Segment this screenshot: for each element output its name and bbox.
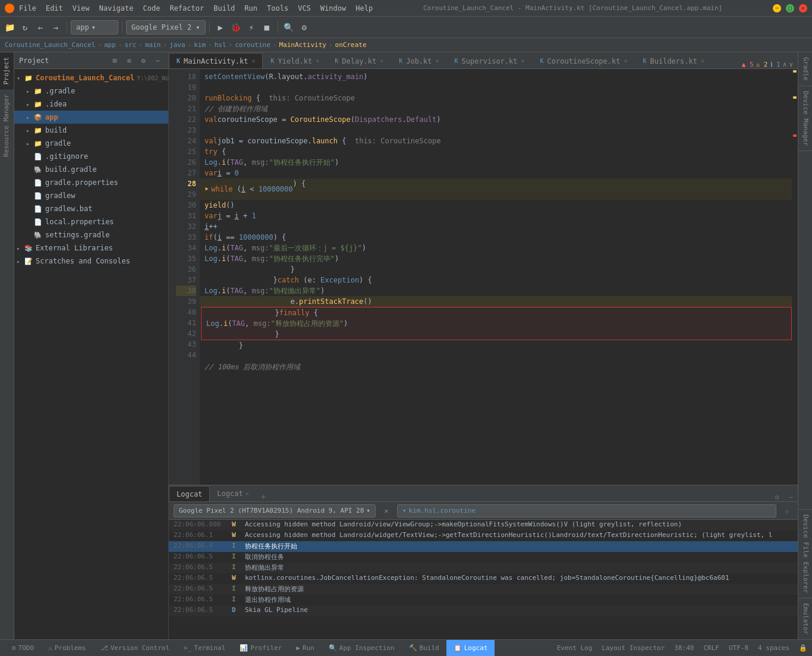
tree-item-gradlew-bat[interactable]: ▸ 📄 gradlew.bat	[14, 202, 168, 215]
tab-project[interactable]: Project	[0, 52, 14, 89]
maximize-button[interactable]: □	[786, 4, 794, 12]
breadcrumb-src[interactable]: src	[124, 41, 136, 49]
settings-btn[interactable]: ⚙	[297, 20, 311, 34]
logcat-star-btn[interactable]: ☆	[781, 505, 793, 517]
panel-expand-btn[interactable]: ⊞	[109, 55, 121, 67]
breadcrumb-hsl[interactable]: hsl	[215, 41, 226, 49]
tab-yield[interactable]: K Yield.kt ×	[263, 53, 327, 68]
tab-mainactivity[interactable]: K MainActivity.kt ×	[169, 53, 263, 68]
logcat-device-selector[interactable]: Google Pixel 2 (HT7BV1A02915) Android 9,…	[174, 504, 376, 517]
tab-close-logcat-2[interactable]: ×	[246, 491, 249, 497]
menu-navigate[interactable]: Navigate	[99, 4, 134, 12]
tree-item-scratches[interactable]: ▸ 📝 Scratches and Consoles	[14, 255, 168, 268]
status-crlf[interactable]: CRLF	[703, 644, 719, 652]
status-tab-build[interactable]: 🔨 Build	[402, 640, 446, 657]
tab-gradle[interactable]: Gradle	[798, 52, 812, 86]
tree-item-gradle-dir[interactable]: ▸ 📁 gradle	[14, 137, 168, 150]
debug-btn[interactable]: 🐞	[229, 20, 243, 34]
tab-device-file-explorer[interactable]: Device File Explorer	[798, 509, 812, 598]
tree-item-gradle-hidden[interactable]: ▸ 📁 .gradle	[14, 84, 168, 98]
status-encoding[interactable]: UTF-8	[729, 644, 748, 652]
panel-sort-btn[interactable]: ≡	[123, 55, 135, 67]
status-tab-run[interactable]: ▶ Run	[289, 640, 322, 657]
menu-code[interactable]: Code	[143, 4, 160, 12]
breadcrumb-oncreate[interactable]: onCreate	[335, 41, 367, 49]
breadcrumb-main[interactable]: main	[145, 41, 161, 49]
back-btn[interactable]: ←	[33, 20, 48, 34]
breadcrumb-project[interactable]: Coroutine_Launch_Cancel	[5, 41, 95, 49]
menu-build[interactable]: Build	[213, 4, 235, 12]
menu-window[interactable]: Window	[320, 4, 346, 12]
tree-item-settings-gradle[interactable]: ▸ 🐘 settings.gradle	[14, 228, 168, 241]
logcat-settings-btn[interactable]: ⚙	[770, 493, 784, 501]
status-indent[interactable]: 4 spaces	[758, 644, 789, 652]
code-editor[interactable]: 18 19 20 21 22 23 24 25 26 27 28 29 30 3…	[169, 69, 798, 485]
logcat-close-btn[interactable]: −	[784, 493, 798, 501]
tree-item-ext-libs[interactable]: ▸ 📚 External Libraries	[14, 241, 168, 255]
breadcrumb-kim[interactable]: kim	[194, 41, 206, 49]
tab-close-coroutinescope[interactable]: ×	[624, 58, 627, 64]
status-tab-terminal[interactable]: >_ Terminal	[177, 640, 232, 657]
breadcrumb-coroutine[interactable]: coroutine	[235, 41, 270, 49]
menu-view[interactable]: View	[73, 4, 90, 12]
breadcrumb-mainactivity[interactable]: MainActivity	[279, 41, 326, 49]
panel-close-btn[interactable]: −	[152, 55, 163, 67]
menu-file[interactable]: File	[19, 4, 36, 12]
tree-item-gradle-props[interactable]: ▸ 📄 gradle.properties	[14, 176, 168, 189]
tab-close-supervisor[interactable]: ×	[521, 58, 525, 64]
logcat-content[interactable]: 22:06:06.080 W Accessing hidden method L…	[169, 520, 798, 639]
tab-close-mainactivity[interactable]: ×	[251, 58, 255, 64]
tree-item-build[interactable]: ▸ 📁 build	[14, 124, 168, 137]
menu-edit[interactable]: Edit	[46, 4, 63, 12]
status-tab-logcat[interactable]: 📋 Logcat	[446, 640, 495, 657]
tab-delay[interactable]: K Delay.kt ×	[327, 53, 391, 68]
tab-job[interactable]: K Job.kt ×	[391, 53, 446, 68]
menu-help[interactable]: Help	[355, 4, 373, 12]
logcat-clear-btn[interactable]: ✕	[380, 505, 392, 517]
build-run-btn[interactable]: ▶	[213, 20, 228, 34]
status-tab-problems[interactable]: ⚠ Problems	[41, 640, 93, 657]
profile-btn[interactable]: ⚡	[244, 20, 259, 34]
menu-tools[interactable]: Tools	[267, 4, 288, 12]
breadcrumb-app[interactable]: app	[104, 41, 116, 49]
sync-btn[interactable]: ↻	[18, 20, 32, 34]
tab-logcat[interactable]: Logcat	[169, 486, 210, 501]
status-tab-vcs[interactable]: ⎇ Version Control	[93, 640, 177, 657]
tab-close-builders[interactable]: ×	[701, 58, 704, 64]
menu-run[interactable]: Run	[244, 4, 257, 12]
menu-refactor[interactable]: Refactor	[169, 4, 204, 12]
nav-up-btn[interactable]: ∧	[783, 61, 787, 68]
tree-item-local-props[interactable]: ▸ 📄 local.properties	[14, 215, 168, 228]
add-tab-btn[interactable]: +	[256, 492, 270, 501]
breadcrumb-java[interactable]: java	[169, 41, 185, 49]
tab-supervisor[interactable]: K Supervisor.kt ×	[447, 53, 533, 68]
event-log-link[interactable]: Event Log	[557, 644, 593, 652]
tree-item-gradlew[interactable]: ▸ 📄 gradlew	[14, 189, 168, 202]
nav-down-btn[interactable]: ∨	[789, 61, 793, 68]
minimize-button[interactable]: −	[773, 4, 781, 12]
tab-emulator[interactable]: Emulator	[798, 598, 812, 639]
status-tab-todo[interactable]: ≡ TODO	[5, 640, 41, 657]
forward-btn[interactable]: →	[49, 20, 63, 34]
tree-item-gitignore[interactable]: ▸ 📄 .gitignore	[14, 150, 168, 163]
layout-inspector-link[interactable]: Layout Inspector	[602, 644, 665, 652]
logcat-filter-input[interactable]: ▾ kim.hsl.coroutine	[397, 504, 776, 517]
tab-device-manager[interactable]: Device Manager	[798, 86, 812, 152]
log-line-3[interactable]: 22:06:06.4 I 协程任务执行开始	[169, 541, 798, 552]
panel-settings-btn[interactable]: ⚙	[137, 55, 149, 67]
tree-item-root[interactable]: ▾ 📁 Coroutine_Launch_Cancel Y:\002_WorkS…	[14, 71, 168, 84]
status-tab-profiler[interactable]: 📊 Profiler	[232, 640, 289, 657]
tab-close-job[interactable]: ×	[436, 58, 439, 64]
tab-logcat-2[interactable]: Logcat ×	[210, 486, 256, 501]
stop-btn[interactable]: ■	[260, 20, 274, 34]
status-tab-app-inspection[interactable]: 🔍 App Inspection	[322, 640, 402, 657]
app-config-dropdown[interactable]: app ▾	[71, 20, 118, 34]
tab-resource-manager[interactable]: Resource Manager	[0, 89, 14, 162]
project-structure-btn[interactable]: 📁	[2, 20, 17, 34]
tree-item-build-gradle[interactable]: ▸ 🐘 build.gradle	[14, 163, 168, 176]
device-dropdown[interactable]: Google Pixel 2 ▾	[126, 20, 206, 34]
code-content[interactable]: setContentView(R.layout.activity_main) r…	[200, 69, 792, 485]
tree-item-app[interactable]: ▸ 📦 app	[14, 111, 168, 124]
menu-vcs[interactable]: VCS	[298, 4, 311, 12]
tab-close-delay[interactable]: ×	[380, 58, 383, 64]
